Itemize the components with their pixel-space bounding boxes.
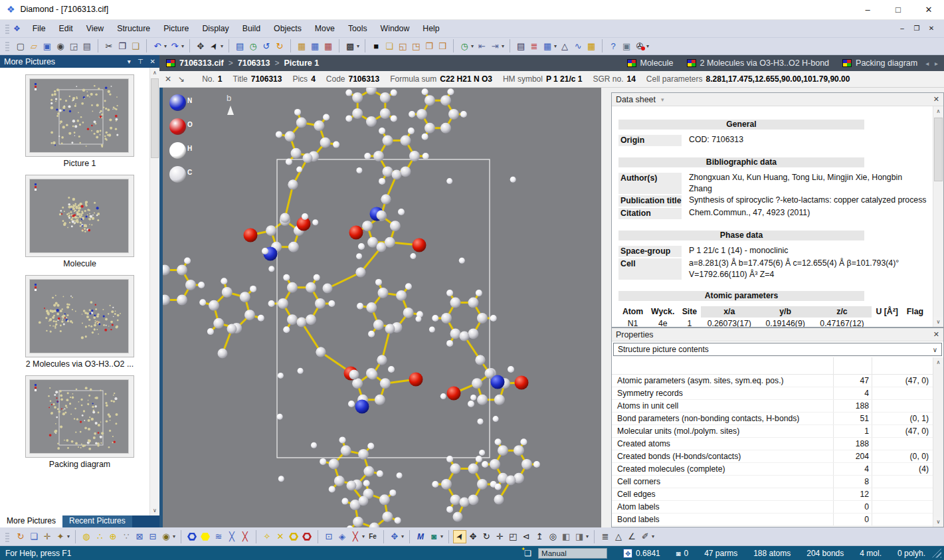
thumbnail-picture-1[interactable]	[25, 74, 134, 157]
walk-tool-icon[interactable]: ↥	[533, 530, 546, 543]
close-icon[interactable]: ✕	[165, 74, 171, 84]
menu-help[interactable]: Help	[416, 22, 446, 35]
edit-table-icon[interactable]: ▦	[308, 39, 322, 52]
menu-window[interactable]: Window	[374, 22, 417, 35]
menu-build[interactable]: Build	[236, 22, 267, 35]
mdi-close-icon[interactable]: ✕	[924, 25, 939, 32]
scroll-down-icon[interactable]: ∨	[933, 517, 943, 527]
packing-icon[interactable]: ✥	[388, 530, 401, 543]
print-preview-icon[interactable]: ◲	[67, 39, 80, 52]
destroy-bonds-icon[interactable]: ╳	[349, 530, 362, 543]
refresh-icon[interactable]: ↻	[273, 39, 286, 52]
molecule-m-icon[interactable]: M	[414, 530, 427, 543]
previous-picture-icon[interactable]: ⇤	[475, 39, 488, 52]
thumbnail-molecule[interactable]	[25, 175, 134, 257]
menu-edit[interactable]: Edit	[52, 22, 80, 35]
properties-selector[interactable]: Structure picture contents ∨	[613, 343, 942, 356]
update-document-icon[interactable]: ↻	[14, 530, 27, 543]
picture-frame-icon[interactable]: ◱	[396, 39, 409, 52]
thumbnail-scrollbar[interactable]: ∧ ∨	[149, 68, 159, 515]
video-record-icon[interactable]: ✇	[633, 39, 646, 52]
distance-histogram-icon[interactable]: △	[558, 39, 571, 52]
atom-design-icon[interactable]: ◍	[80, 530, 93, 543]
thumbnail-2-molecules-via-o3-h3-o2-[interactable]	[25, 275, 134, 357]
print-icon[interactable]: ▤	[80, 39, 94, 52]
unit-cell-icon[interactable]: ⊡	[322, 530, 335, 543]
thumbnail-packing-diagram[interactable]	[25, 375, 134, 458]
redo-icon[interactable]: ↷	[168, 39, 181, 52]
measure-angle-icon[interactable]: △	[612, 530, 625, 543]
build-tools-icon[interactable]: ✛	[41, 530, 54, 543]
fe-atom-icon[interactable]: Fe	[366, 530, 379, 543]
copy-picture-icon[interactable]: ◳	[409, 39, 423, 52]
bond-balls-icon[interactable]: ✧	[260, 530, 274, 543]
toolbar-grip[interactable]	[5, 531, 9, 542]
distance-matrix-icon[interactable]: ▩	[343, 39, 357, 52]
chevron-down-icon[interactable]: ▾	[128, 58, 131, 65]
thumbnail-image[interactable]	[29, 279, 129, 353]
scroll-up-icon[interactable]: ∧	[933, 357, 943, 367]
data-sheet-close-icon[interactable]: ✕	[933, 95, 939, 104]
new-document-icon[interactable]: ▢	[14, 39, 27, 52]
measure-pen-dropdown[interactable]: ▾	[652, 533, 654, 539]
tilt-tool-icon[interactable]: ⊲	[519, 530, 533, 543]
next-picture-icon[interactable]: ⇥	[488, 39, 502, 52]
bond-cross-icon[interactable]: ✕	[274, 530, 287, 543]
select-pointer-icon[interactable]: ➤	[207, 39, 221, 52]
build-wizard-dropdown[interactable]: ▾	[67, 533, 70, 539]
filled-sphere-dropdown[interactable]: ▾	[173, 533, 175, 539]
coordination-sphere-icon[interactable]: ⊠	[133, 530, 146, 543]
maximize-button[interactable]: □	[883, 0, 913, 19]
new-table-icon[interactable]: ▦	[295, 39, 308, 52]
duplicate-picture-icon[interactable]: ❐	[423, 39, 436, 52]
recent-history-dropdown[interactable]: ▾	[471, 43, 474, 49]
properties-scrollbar[interactable]: ∧ ∨	[933, 357, 943, 527]
fragment-icon[interactable]: ⊟	[146, 530, 159, 543]
video-record-dropdown[interactable]: ▾	[646, 43, 649, 49]
panel-close-icon[interactable]: ✕	[150, 58, 155, 65]
network-blue-icon[interactable]: ╳	[225, 530, 238, 543]
add-single-atom-icon[interactable]: ⊕	[106, 530, 120, 543]
picture-tab-molecule[interactable]: Molecule	[627, 58, 674, 68]
help-icon[interactable]: ?	[607, 39, 620, 52]
translate-tool-icon[interactable]: ✛	[493, 530, 506, 543]
delete-table-icon[interactable]: ▦	[322, 39, 335, 52]
breadcrumb-dataset[interactable]: 7106313	[238, 58, 270, 68]
menu-picture[interactable]: Picture	[157, 22, 195, 35]
measure-torsion-icon[interactable]: ∠	[625, 530, 638, 543]
menu-view[interactable]: View	[80, 22, 110, 35]
menu-tools[interactable]: Tools	[341, 22, 374, 35]
cut-icon[interactable]: ✂	[102, 39, 116, 52]
select-tool-icon[interactable]: ➤	[453, 530, 466, 543]
menu-file[interactable]: File	[26, 22, 52, 35]
viewer-icon[interactable]: ◙	[427, 530, 440, 543]
toolbar-grip[interactable]	[5, 41, 9, 51]
properties-list-icon[interactable]: ≣	[527, 39, 541, 52]
select-pointer-dropdown[interactable]: ▾	[221, 43, 223, 49]
export-table-icon[interactable]: ❏	[27, 530, 41, 543]
scroll-up-icon[interactable]: ∧	[933, 106, 943, 116]
add-picture-icon[interactable]: ❒	[436, 39, 449, 52]
find-icon[interactable]: ◉	[54, 39, 67, 52]
save-icon[interactable]: ▣	[41, 39, 54, 52]
menu-display[interactable]: Display	[195, 22, 235, 35]
scroll-up-icon[interactable]: ∧	[150, 68, 159, 78]
network-red-icon[interactable]: ╳	[238, 530, 252, 543]
pan-icon[interactable]: ✥	[194, 39, 207, 52]
next-picture-dropdown[interactable]: ▾	[502, 43, 504, 49]
connect-atoms-icon[interactable]: ∵	[120, 530, 133, 543]
properties-close-icon[interactable]: ✕	[933, 330, 939, 339]
move-tool-icon[interactable]: ✥	[466, 530, 480, 543]
zoom-tool-icon[interactable]: ◰	[506, 530, 519, 543]
thumbnail-image[interactable]	[29, 78, 129, 153]
ring-stack-icon[interactable]: ≋	[212, 530, 225, 543]
history-icon[interactable]: ◷	[246, 39, 260, 52]
thumbnail-image[interactable]	[29, 379, 129, 454]
minimize-button[interactable]: –	[852, 0, 883, 19]
scroll-down-icon[interactable]: ∨	[933, 317, 943, 327]
open-file-icon[interactable]: ▱	[27, 39, 41, 52]
pin-icon[interactable]: ⊤	[138, 58, 143, 65]
undo-icon[interactable]: ↶	[151, 39, 164, 52]
new-picture-icon[interactable]: ❏	[383, 39, 396, 52]
viewer-dropdown[interactable]: ▾	[440, 533, 443, 539]
